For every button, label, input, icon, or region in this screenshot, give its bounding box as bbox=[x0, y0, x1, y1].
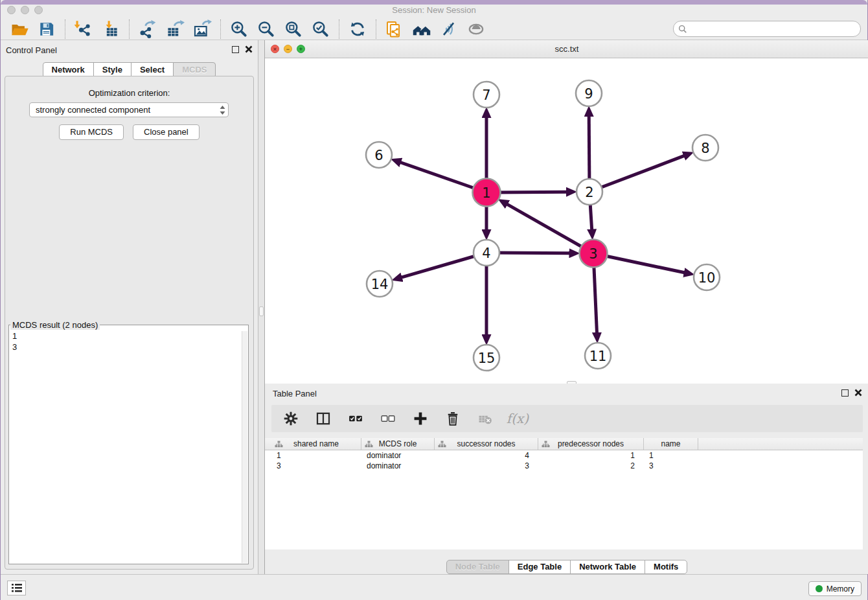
table-row[interactable]: 1dominator411 bbox=[271, 450, 863, 461]
mcds-result-title: MCDS result (2 nodes) bbox=[10, 320, 100, 330]
zoom-fit-button[interactable] bbox=[280, 19, 307, 40]
export-table-button[interactable] bbox=[161, 19, 188, 40]
criterion-select[interactable]: strongly connected component bbox=[29, 102, 229, 117]
result-scrollbar[interactable] bbox=[242, 331, 247, 563]
apply-layout-button[interactable] bbox=[344, 19, 371, 40]
zoom-selected-icon bbox=[311, 19, 330, 39]
splitter-handle[interactable] bbox=[259, 306, 264, 316]
global-search[interactable] bbox=[673, 21, 861, 37]
node-table-header: shared name MCDS role successor nodes pr… bbox=[265, 438, 863, 450]
node-label-3: 3 bbox=[589, 246, 597, 262]
checked-boxes-icon bbox=[348, 411, 363, 426]
table-cell[interactable]: 2 bbox=[538, 461, 644, 471]
mcds-result-text: 1 3 bbox=[9, 330, 248, 352]
export-network-button[interactable] bbox=[134, 19, 161, 40]
window-title: Session: New Session bbox=[1, 5, 867, 15]
node-label-7: 7 bbox=[482, 87, 490, 103]
home-button[interactable] bbox=[408, 19, 435, 40]
close-table-panel-icon[interactable] bbox=[854, 389, 862, 397]
network-title: scc.txt bbox=[265, 44, 868, 54]
float-panel-icon[interactable] bbox=[232, 46, 239, 53]
toolbar-separator bbox=[339, 19, 339, 39]
edge-2-8[interactable] bbox=[589, 156, 684, 192]
toolbar-separator bbox=[376, 19, 376, 39]
main-toolbar bbox=[1, 18, 867, 40]
column-type-icon bbox=[365, 441, 373, 448]
export-image-icon bbox=[192, 19, 212, 39]
column-header-shared-name[interactable]: shared name bbox=[271, 438, 361, 450]
table-cell[interactable]: dominator bbox=[361, 461, 435, 471]
import-table-button[interactable] bbox=[97, 19, 124, 40]
criterion-selected-value: strongly connected component bbox=[36, 105, 150, 115]
close-panel-button[interactable]: Close panel bbox=[133, 124, 200, 140]
panel-splitter[interactable] bbox=[258, 40, 265, 574]
zoom-selected-button[interactable] bbox=[307, 19, 334, 40]
node-table-body: 1dominator4113dominator323 bbox=[265, 450, 863, 471]
select-stepper-icon bbox=[219, 105, 226, 115]
open-session-button[interactable] bbox=[6, 19, 33, 40]
network-from-file-icon bbox=[385, 19, 404, 39]
show-panel-button[interactable] bbox=[463, 19, 490, 40]
search-icon bbox=[678, 25, 687, 34]
add-column-button[interactable] bbox=[411, 410, 429, 428]
memory-label: Memory bbox=[827, 584, 854, 594]
table-cell[interactable]: 3 bbox=[435, 461, 538, 471]
deselect-all-button[interactable] bbox=[379, 410, 397, 428]
memory-button[interactable]: Memory bbox=[808, 581, 862, 596]
save-session-button[interactable] bbox=[33, 19, 60, 40]
select-all-button[interactable] bbox=[347, 410, 365, 428]
unchecked-boxes-icon bbox=[380, 411, 396, 426]
node-label-2: 2 bbox=[585, 185, 593, 200]
table-cell[interactable]: 3 bbox=[271, 461, 361, 471]
home-icon bbox=[412, 19, 431, 39]
column-header-name[interactable]: name bbox=[644, 438, 698, 450]
import-network-icon bbox=[74, 19, 93, 39]
control-panel-title: Control Panel bbox=[6, 45, 57, 55]
close-panel-icon[interactable] bbox=[245, 45, 253, 53]
table-cell[interactable]: 1 bbox=[538, 450, 644, 461]
table-settings-button[interactable] bbox=[282, 410, 300, 428]
table-cell[interactable]: 1 bbox=[271, 450, 361, 461]
run-mcds-button[interactable]: Run MCDS bbox=[59, 124, 124, 140]
tab-edge-table[interactable]: Edge Table bbox=[508, 560, 571, 574]
hide-output-button[interactable] bbox=[435, 19, 463, 40]
import-network-button[interactable] bbox=[70, 19, 97, 40]
zoom-in-button[interactable] bbox=[225, 19, 253, 40]
toolbar-separator bbox=[129, 19, 130, 39]
function-builder-button[interactable]: f(x) bbox=[508, 410, 527, 428]
toolbar-separator bbox=[220, 19, 221, 39]
column-header-predecessor-nodes[interactable]: predecessor nodes bbox=[538, 438, 644, 450]
delete-table-button[interactable] bbox=[476, 410, 494, 428]
export-table-icon bbox=[165, 19, 185, 39]
open-folder-icon bbox=[10, 19, 29, 39]
column-header-successor-nodes[interactable]: successor nodes bbox=[435, 438, 538, 450]
tab-network-table[interactable]: Network Table bbox=[570, 560, 645, 574]
node-label-8: 8 bbox=[701, 141, 709, 156]
table-panel: Table Panel bbox=[265, 384, 868, 574]
delete-column-button[interactable] bbox=[444, 410, 462, 428]
export-image-button[interactable] bbox=[188, 19, 216, 40]
split-view-button[interactable] bbox=[314, 410, 332, 428]
task-history-button[interactable] bbox=[7, 581, 26, 595]
search-input[interactable] bbox=[691, 24, 860, 34]
column-header-MCDS-role[interactable]: MCDS role bbox=[361, 438, 435, 450]
tab-node-table[interactable]: Node Table bbox=[446, 560, 509, 574]
network-from-file-button[interactable] bbox=[381, 19, 408, 40]
table-cell[interactable]: dominator bbox=[361, 450, 435, 461]
zoom-out-button[interactable] bbox=[253, 19, 280, 40]
zoom-out-icon bbox=[257, 19, 276, 39]
optimization-criterion-label: Optimization criterion: bbox=[1, 88, 258, 98]
table-cell[interactable]: 1 bbox=[644, 450, 698, 461]
tab-motifs[interactable]: Motifs bbox=[645, 560, 687, 574]
window-top-border bbox=[1, 0, 867, 5]
table-row[interactable]: 3dominator323 bbox=[271, 461, 863, 471]
plus-icon bbox=[413, 411, 428, 426]
edge-3-1[interactable] bbox=[507, 204, 593, 253]
network-titlebar: × − + scc.txt bbox=[265, 40, 868, 58]
table-cell[interactable]: 3 bbox=[644, 461, 698, 471]
network-canvas[interactable]: 7968124314101511 bbox=[265, 58, 868, 384]
table-cell[interactable]: 4 bbox=[435, 450, 538, 461]
table-toolbar: f(x) bbox=[271, 405, 863, 432]
list-icon bbox=[11, 583, 23, 593]
float-table-panel-icon[interactable] bbox=[841, 389, 849, 397]
